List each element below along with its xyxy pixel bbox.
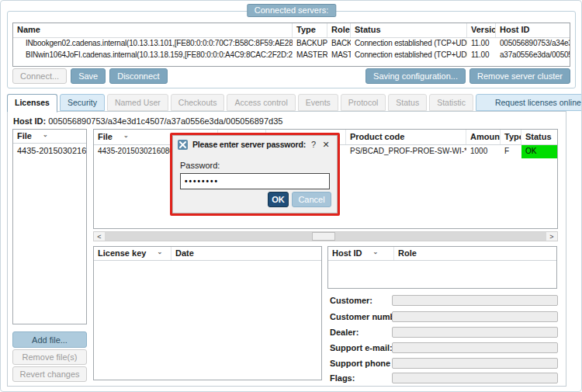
form-row-dealer: Dealer:	[330, 327, 563, 339]
tab-statistic[interactable]: Statistic	[429, 94, 473, 111]
sort-icon: ⌄	[43, 131, 48, 138]
sort-icon: ⌄	[123, 132, 129, 139]
saving-configuration-button[interactable]: Saving configuration...	[365, 68, 466, 84]
server-role: MASTER	[327, 50, 351, 61]
form-row-customer-number: Customer number:	[330, 311, 563, 324]
support-email-field[interactable]	[392, 342, 558, 353]
help-icon[interactable]: ?	[307, 140, 320, 149]
server-status: Connection established (TCP+UDP)	[351, 50, 467, 61]
tab-request-licenses-online[interactable]: Request licenses online	[476, 94, 582, 111]
license-manager-window: Connected servers: Name Type Role Status…	[0, 0, 582, 392]
form-row-flags: Flags:	[330, 373, 563, 385]
form-row-support-phone: Support phone nr.:	[330, 358, 563, 370]
server-host-id: a37a0556e3da/00505...	[496, 50, 570, 61]
dialog-titlebar[interactable]: Please enter server password: ? ✕	[172, 135, 338, 154]
tab-events[interactable]: Events	[298, 94, 338, 111]
file-list-item[interactable]: 4435-201503021608...	[13, 144, 86, 155]
column-header-date[interactable]: Date	[171, 247, 321, 260]
ok-button[interactable]: OK	[268, 192, 289, 207]
cancel-button[interactable]: Cancel	[292, 192, 331, 207]
save-button[interactable]: Save	[71, 68, 106, 84]
column-header-role[interactable]: Role	[327, 23, 351, 37]
revert-changes-button[interactable]: Revert changes	[12, 366, 87, 382]
column-header-host-id[interactable]: Host ID	[496, 23, 570, 37]
tab-access-control[interactable]: Access control	[227, 94, 295, 111]
host-role-table-panel: Host ID⌄ Role	[327, 246, 557, 289]
server-version: 11.00	[467, 38, 496, 50]
column-header-version[interactable]: Version	[467, 23, 496, 37]
add-file-button[interactable]: Add file...	[12, 331, 87, 348]
tab-protocol[interactable]: Protocol	[341, 94, 386, 111]
scrollbar-track[interactable]	[105, 232, 546, 241]
remove-files-button[interactable]: Remove file(s)	[12, 349, 87, 365]
support-phone-field[interactable]	[392, 358, 558, 369]
connect-button[interactable]: Connect...	[12, 68, 67, 84]
tab-checkouts[interactable]: Checkouts	[171, 94, 225, 111]
scroll-left-icon[interactable]: <	[94, 232, 105, 241]
scrollbar-thumb[interactable]	[312, 232, 335, 241]
connected-servers-group: Connected servers: Name Type Role Status…	[7, 11, 576, 88]
tab-bar: Licenses Security Named User Checkouts A…	[7, 94, 582, 112]
server-status: Connection established (TCP+UDP)	[351, 38, 467, 50]
customer-field[interactable]	[392, 295, 558, 306]
license-status-badge: OK	[521, 145, 557, 158]
server-name: INbookgen02.cadenas.internal(10.13.13.10…	[13, 38, 293, 50]
column-header-file[interactable]: File⌄	[13, 130, 86, 143]
server-buttons-row: Connect... Save Disconnect Saving config…	[12, 68, 570, 84]
support-email-label: Support e-mail:	[330, 343, 393, 352]
enter-password-dialog: Please enter server password: ? ✕ Passwo…	[170, 133, 340, 216]
sort-icon: ⌄	[373, 248, 379, 255]
form-row-support-email: Support e-mail:	[330, 342, 563, 355]
license-type: F	[501, 145, 521, 158]
server-type: BACKUP	[293, 38, 327, 50]
column-header-type[interactable]: Type	[501, 130, 521, 144]
spacer	[171, 68, 362, 84]
server-host-id: 005056890753/a34e3...	[496, 38, 570, 50]
host-id-value: 005056890753/a34e3d1c4507/a37a0556e3da/0…	[48, 116, 282, 126]
column-header-license-key[interactable]: License key⌄	[94, 247, 171, 260]
column-header-name[interactable]: Name	[13, 23, 293, 37]
column-header-role[interactable]: Role	[394, 247, 556, 260]
host-role-header-row: Host ID⌄ Role	[328, 247, 556, 261]
password-label: Password:	[180, 161, 220, 170]
server-role: BACKUP	[327, 38, 351, 50]
column-header-amount[interactable]: Amount	[466, 130, 501, 144]
file-list-header: File⌄	[13, 130, 86, 144]
sort-icon: ⌄	[157, 248, 162, 255]
column-header-type[interactable]: Type	[293, 23, 327, 37]
license-product-code: PS/BCAD_PROF-PROE-SW-WI-*ENTER	[346, 145, 466, 158]
server-row[interactable]: BINwin1064JoFI.cadenas.internal(10.13.18…	[13, 50, 570, 61]
host-id-line: Host ID: 005056890753/a34e3d1c4507/a37a0…	[13, 116, 282, 126]
connected-servers-table: Name Type Role Status Version Host ID IN…	[12, 23, 570, 67]
connected-servers-group-label: Connected servers:	[247, 4, 336, 17]
tab-security[interactable]: Security	[60, 94, 105, 111]
column-header-status[interactable]: Status	[351, 23, 467, 37]
server-row[interactable]: INbookgen02.cadenas.internal(10.13.13.10…	[13, 38, 570, 50]
tab-named-user[interactable]: Named User	[107, 94, 168, 111]
license-amount: 1000	[466, 145, 501, 158]
form-row-customer: Customer:	[330, 295, 563, 307]
password-input[interactable]	[180, 173, 330, 189]
tab-licenses[interactable]: Licenses	[7, 94, 57, 113]
dealer-label: Dealer:	[330, 328, 359, 337]
scroll-right-icon[interactable]: >	[546, 232, 557, 241]
connected-servers-header-row: Name Type Role Status Version Host ID	[13, 23, 570, 38]
column-header-host-id[interactable]: Host ID⌄	[328, 247, 394, 260]
flags-field[interactable]	[392, 373, 558, 383]
server-name: BINwin1064JoFI.cadenas.internal(10.13.18…	[13, 50, 293, 61]
app-tools-icon	[178, 140, 188, 150]
customer-number-field[interactable]	[392, 311, 558, 322]
dialog-title: Please enter server password:	[192, 140, 307, 149]
flags-label: Flags:	[330, 373, 355, 383]
column-header-status[interactable]: Status	[521, 130, 557, 144]
server-version: 11.00	[467, 50, 496, 61]
tab-status[interactable]: Status	[388, 94, 427, 111]
disconnect-button[interactable]: Disconnect	[109, 68, 167, 84]
close-icon[interactable]: ✕	[320, 140, 332, 150]
horizontal-scrollbar[interactable]: < >	[93, 231, 558, 241]
remove-server-cluster-button[interactable]: Remove server cluster	[469, 68, 570, 84]
license-key-table-panel: License key⌄ Date	[93, 246, 322, 380]
dealer-field[interactable]	[392, 327, 558, 338]
column-header-product-code[interactable]: Product code	[346, 130, 466, 144]
server-type: MASTER	[293, 50, 327, 61]
